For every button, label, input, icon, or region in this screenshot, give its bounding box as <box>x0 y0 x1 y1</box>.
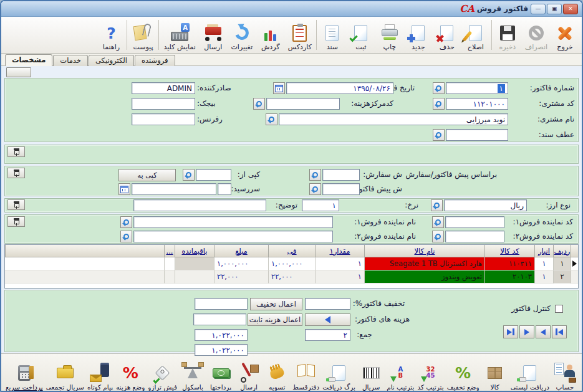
cost-center-lookup-button[interactable] <box>253 98 265 110</box>
cell-item-code[interactable]: ۲۰۱۰۳ <box>484 270 534 284</box>
agent1-name-input[interactable] <box>133 216 333 228</box>
serial-button[interactable]: سریال <box>358 356 384 391</box>
charges-expand-button[interactable] <box>305 313 350 326</box>
cell-more[interactable] <box>164 270 175 284</box>
cell-unit-price[interactable]: ۲۲,۰۰۰ <box>268 270 315 284</box>
agent2-name-input[interactable] <box>133 231 333 242</box>
copy-to-button[interactable]: کپی به <box>118 169 176 181</box>
cost-center-input[interactable] <box>266 98 340 110</box>
customer-code-input[interactable]: ۱۱۲۰۱۰۰۰ <box>446 98 508 110</box>
agent1-code-lookup-button[interactable] <box>432 216 444 228</box>
cell-store[interactable]: ۱ <box>534 270 553 284</box>
agent1-code-input[interactable] <box>445 216 504 228</box>
description-input[interactable] <box>133 199 266 211</box>
nav-first-button[interactable] <box>552 325 567 338</box>
col-amount[interactable]: مبلغ <box>214 245 268 257</box>
list-receive-button[interactable]: دریافت لیستی <box>510 356 550 391</box>
tab-services[interactable]: خدمات <box>53 55 88 66</box>
receipt-sheet-button[interactable]: برگ دریافت <box>322 356 356 391</box>
customer-name-lookup-button[interactable] <box>266 113 277 125</box>
cell-remaining[interactable] <box>175 257 214 270</box>
customer-name-input[interactable]: نوید میرزایی <box>279 113 508 125</box>
edit-button[interactable]: اصلاح <box>461 18 490 52</box>
col-more[interactable]: ... <box>164 245 175 257</box>
reference-input[interactable] <box>132 113 195 125</box>
copy-from-lookup-button[interactable] <box>183 169 195 181</box>
pin-button-3[interactable] <box>7 199 25 210</box>
cell-item-code[interactable]: ۱۱۰۴۱۱ <box>484 257 534 270</box>
currency-type-input[interactable]: ریال <box>444 199 527 211</box>
nav-last-button[interactable] <box>503 325 518 338</box>
col-row[interactable]: ردیف <box>553 245 571 257</box>
order-no-input[interactable] <box>322 169 360 181</box>
exit-button[interactable]: خروج <box>551 18 579 52</box>
kardex-button[interactable]: کاردکس <box>285 18 315 52</box>
currency-lookup-button[interactable] <box>431 199 443 211</box>
pin-button-2[interactable] <box>7 168 25 178</box>
post-button[interactable]: ثبت <box>347 18 375 52</box>
sort-by-code-button[interactable]: 3245 بترتیب کد <box>417 356 444 391</box>
dispatch-button[interactable]: ارسال <box>236 356 262 391</box>
grid-row-1[interactable]: ۱ ۱ ۱۱۰۴۱۱ هارد اکسترنال Seagate 1 TB ۱ … <box>5 257 578 270</box>
col-item-code[interactable]: کد کالا <box>484 245 534 257</box>
invoice-control-checkbox[interactable] <box>555 305 563 313</box>
col-unit-price[interactable]: فی <box>268 245 315 257</box>
discount-amount-input[interactable] <box>195 298 248 310</box>
invoice-date-input[interactable]: ۱۳۹۵/۰۸/۲۶ <box>286 82 393 94</box>
goods-button[interactable]: کالا <box>482 356 508 391</box>
proforma-no-input[interactable] <box>322 183 360 195</box>
cell-item-name[interactable]: هارد اکسترنال Seagate 1 TB <box>364 257 484 270</box>
corner-button[interactable] <box>6 67 31 77</box>
delete-button[interactable]: حذف <box>433 18 461 52</box>
print-button[interactable]: چاپ <box>375 18 404 52</box>
copy-from-input[interactable] <box>196 169 231 181</box>
turnover-button[interactable]: گردش <box>256 18 285 52</box>
bijak-input[interactable] <box>132 98 195 110</box>
account-button[interactable]: حساب <box>552 356 578 391</box>
voucher-button[interactable]: سند <box>318 18 347 52</box>
tab-specifications[interactable]: مشخصات <box>5 54 52 66</box>
cell-item-name[interactable]: تعویض ویندوز <box>364 270 484 284</box>
show-keys-button[interactable]: A نمایش کلید <box>160 18 198 52</box>
changes-button[interactable]: تغییرات <box>228 18 256 52</box>
cell-remaining[interactable] <box>175 270 214 284</box>
doc-ref-lookup-button[interactable] <box>433 129 445 141</box>
discount-percent-input[interactable] <box>305 298 350 310</box>
col-remaining[interactable]: باقیمانده <box>175 245 214 257</box>
rate-input[interactable]: ۱ <box>302 199 339 211</box>
help-button[interactable]: راهنما <box>97 18 125 52</box>
grid-row-2[interactable]: ۲ ۱ ۲۰۱۰۳ تعویض ویندوز ۱ ۲۲,۰۰۰ ۲۲,۰۰۰ <box>5 270 578 284</box>
tab-electronic[interactable]: الکترونیکی <box>89 55 134 66</box>
charge-amount-input[interactable] <box>193 313 246 325</box>
sms-button[interactable]: پیام کوتاه <box>87 356 113 391</box>
restore-button[interactable]: ▣ <box>547 4 562 14</box>
agent2-code-lookup-button[interactable] <box>432 231 444 242</box>
pin-button-1[interactable] <box>7 146 25 157</box>
invoice-date-calendar-button[interactable] <box>273 82 285 94</box>
col-quantity[interactable]: مقدار۱ <box>315 245 364 257</box>
order-no-lookup-button[interactable] <box>309 169 321 181</box>
agent1-name-lookup-button[interactable] <box>120 216 132 228</box>
cancel-button[interactable]: انصراف <box>522 18 551 52</box>
cell-row-no[interactable]: ۲ <box>553 270 571 284</box>
agent2-name-lookup-button[interactable] <box>120 231 132 242</box>
cell-amount[interactable]: ۱,۰۰۰,۰۰۰ <box>214 257 268 270</box>
save-button[interactable]: ذخیره <box>493 18 522 52</box>
attachment-button[interactable]: پیوست <box>128 18 157 52</box>
close-button[interactable]: ✕ <box>563 4 578 14</box>
settlement-button[interactable]: تسویه <box>264 356 290 391</box>
scale-slip-button[interactable]: فیش ترازو <box>147 356 178 391</box>
weighbridge-button[interactable]: باسکول <box>180 356 206 391</box>
sort-by-name-button[interactable]: AB بترتیب نام <box>386 356 415 391</box>
cell-store[interactable]: ۱ <box>534 257 553 270</box>
nav-prev-button[interactable] <box>536 325 551 338</box>
minimize-button[interactable]: — <box>531 4 546 14</box>
agent2-code-input[interactable] <box>445 231 504 242</box>
cell-unit-price[interactable]: ۱,۰۰۰,۰۰۰ <box>268 257 315 270</box>
col-item-name[interactable]: نام کالا <box>364 245 484 257</box>
cumulative-serial-button[interactable]: سریال تجمعی <box>46 356 85 391</box>
nav-next-button[interactable] <box>519 325 534 338</box>
cell-amount[interactable]: ۲۲,۰۰۰ <box>214 270 268 284</box>
due-day-input[interactable] <box>218 183 231 195</box>
send-button[interactable]: ارسال <box>199 18 228 52</box>
